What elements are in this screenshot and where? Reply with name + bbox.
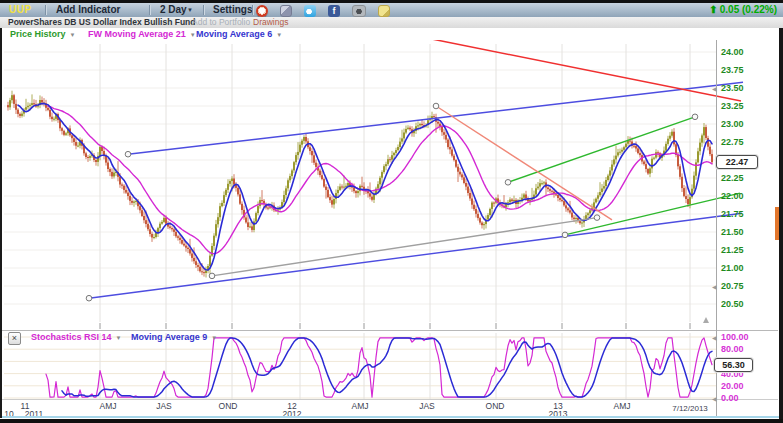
x-axis-label: OND [486, 401, 505, 411]
stochastic-line [46, 338, 712, 397]
twitter-icon[interactable] [304, 5, 316, 17]
price-gridlines [4, 52, 716, 304]
period-dropdown[interactable]: 2 Day [160, 3, 187, 17]
price-axis-label: 23.25 [721, 101, 744, 111]
panel-borders [0, 40, 778, 416]
up-arrow-icon: ⬆ [709, 4, 717, 15]
indicator-stochastics-dropdown[interactable]: Stochastics RSI 14▼ [31, 331, 122, 344]
indicator-gridlines [4, 337, 716, 398]
chevron-down-icon: ▼ [276, 32, 282, 38]
toolbar-separator [252, 5, 253, 15]
legend-price-history[interactable]: Price History▼ [10, 28, 75, 40]
price-axis-label: 21.75 [721, 209, 744, 219]
symbol-label[interactable]: UUP [9, 3, 32, 17]
price-axis-label: 22.75 [721, 137, 744, 147]
price-axis-label: 21.00 [721, 263, 744, 273]
window-right-border [779, 28, 783, 419]
settings-button[interactable]: Settings [213, 3, 252, 17]
axis-range-marker: ◀ [712, 283, 717, 290]
close-icon[interactable]: × [8, 332, 21, 345]
indicator-axis-label: 80.00 [721, 344, 744, 354]
price-axis-label: 24.00 [721, 47, 744, 57]
x-axis-label: AMJ [100, 401, 117, 411]
indicator-value-box: 56.30 [714, 358, 753, 372]
price-axis-label: 23.00 [721, 119, 744, 129]
chevron-down-icon: ▼ [116, 335, 122, 341]
x-axis-label: JAS [156, 401, 172, 411]
candlestick-series [7, 91, 713, 278]
chart-canvas[interactable] [0, 0, 783, 423]
price-axis-label: 20.50 [721, 299, 744, 309]
axis-range-marker: ◀ [712, 334, 717, 341]
price-axis-label: 23.50 [721, 83, 744, 93]
window-left-border [0, 28, 2, 418]
x-axis-label: AMJ [614, 401, 631, 411]
toolbar-icons: f [256, 4, 390, 17]
chart-cube-icon[interactable] [280, 5, 292, 17]
window-bottom-border [0, 419, 783, 423]
bottom-highlight-line [0, 416, 779, 418]
x-axis-label: AMJ [352, 401, 369, 411]
price-axis-label: 23.75 [721, 65, 744, 75]
legend-moving-average-21[interactable]: FW Moving Average 21▼ [88, 28, 196, 40]
charting-app-window: UUP Add Indicator 2 Day ▼ Settings f ⬆0.… [0, 0, 783, 423]
alarm-clock-icon[interactable] [256, 5, 268, 17]
indicator-ma9-dropdown[interactable]: Moving Average 9▼ [131, 331, 217, 344]
toolbar-separator [149, 5, 150, 15]
add-indicator-button[interactable]: Add Indicator [56, 3, 120, 17]
drawings-link[interactable]: Drawings [253, 17, 288, 28]
facebook-icon[interactable]: f [328, 5, 340, 17]
price-axis-label: 21.25 [721, 245, 744, 255]
axis-range-marker: ◀ [712, 85, 717, 92]
price-change-badge: ⬆0.05 (0.22%) [709, 3, 777, 17]
chevron-down-icon[interactable]: ▼ [187, 3, 193, 17]
last-price-box: 22.47 [716, 155, 758, 169]
camera-icon[interactable] [352, 5, 366, 17]
chevron-down-icon: ▼ [70, 32, 76, 38]
indicator-axis-label: 20.00 [721, 381, 744, 391]
toolbar: UUP Add Indicator 2 Day ▼ Settings f ⬆0.… [0, 3, 783, 18]
axis-range-marker: ◀ [712, 395, 717, 402]
price-axis-label: 20.75 [721, 281, 744, 291]
stochastic-ma-line [62, 338, 712, 397]
x-axis-last-date: 7/12/2013 [672, 404, 708, 413]
toolbar-separator [45, 5, 46, 15]
price-axis-label: 22.00 [721, 191, 744, 201]
chevron-down-icon: ▼ [190, 32, 196, 38]
indicator-axis-label: 100.00 [721, 332, 749, 342]
price-axis-label: 22.25 [721, 173, 744, 183]
vertical-gridlines [100, 36, 690, 399]
scroll-position-marker[interactable] [775, 207, 779, 240]
legend-moving-average-6[interactable]: Moving Average 6▼ [196, 28, 282, 40]
change-value: 0.05 (0.22%) [720, 4, 777, 15]
price-axis-label: 21.50 [721, 227, 744, 237]
x-axis-label: JAS [419, 401, 435, 411]
toolbar-separator [203, 5, 204, 15]
trendline-drawings[interactable] [86, 38, 743, 301]
sticky-note-icon[interactable] [378, 5, 390, 17]
x-axis-label: OND [219, 401, 238, 411]
chevron-down-icon: ▼ [211, 335, 217, 341]
legend-bar: Price History▼ FW Moving Average 21▼ Mov… [0, 28, 779, 40]
drawing-handle [703, 317, 709, 323]
indicator-axis-label: 0.00 [721, 393, 739, 403]
add-to-portfolio-link[interactable]: Add to Portfolio [192, 17, 250, 28]
fund-name: PowerShares DB US Dollar Index Bullish F… [8, 17, 196, 28]
